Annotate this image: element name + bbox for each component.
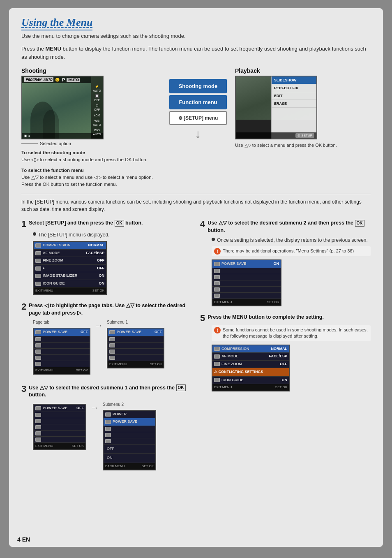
shooting-mode-box: Shooting mode — [169, 79, 227, 93]
step3-screen-left: POWER SAVE OFF EXIT MENU SE — [33, 404, 86, 451]
step-5: 5 Press the MENU button to complete the … — [200, 314, 371, 391]
step-2-right-screen: Submenu 1 POWER SAVE OFF — [107, 319, 164, 371]
right-sidebar: ⚡AUTO 🔲OFF ◻OFF ±0.0 WBAUTO ISOAUTO 14M … — [91, 76, 103, 139]
cam-footer-2b: EXIT MENU SET OK — [108, 361, 164, 368]
s3-row-2 — [34, 412, 85, 418]
cam-icon-stabilizer — [35, 274, 41, 278]
step-5-note: ! Some functions cannot be used in some … — [212, 325, 371, 341]
flash-icon: ⚡AUTO — [93, 85, 101, 93]
step-2-number: 2 — [21, 302, 26, 311]
cam-icon-t3 — [35, 343, 41, 347]
conflicting-warning-row: ⚠ CONFLICTING SETTINGS — [212, 368, 289, 377]
set-btn-2a: SET OK — [76, 368, 88, 373]
perfect-fix-item: PERFECT FIX — [272, 84, 316, 92]
cam-icon-s4 — [109, 350, 115, 354]
step-2-body: Page tab POWER SAVE OFF — [33, 319, 192, 377]
shooting-photo: PROGRAM AUTO 🙂 P iAUTO ▣ 4 ⚡AUTO 🔲OFF ◻O… — [22, 76, 103, 139]
step-3: 3 Use △▽ to select the desired submenu 1… — [21, 384, 192, 473]
size-icon: 14M — [94, 138, 100, 139]
cam-icon-macro — [35, 266, 41, 271]
step-3-screens: POWER SAVE OFF EXIT MENU SE — [33, 401, 192, 473]
step-4-number: 4 — [200, 220, 205, 229]
playback-bottom-bar: ⊗ SETUP — [236, 132, 316, 139]
fine-zoom-row: FINE ZOOM OFF — [34, 257, 106, 265]
cam-footer-4: EXIT MENU SET OK — [212, 299, 281, 306]
s3-row-5 — [34, 431, 85, 437]
playback-label: Playback — [235, 67, 342, 74]
steps-left: 1 Select [SETUP] and then press the OK b… — [21, 220, 192, 480]
exit-btn: EXIT MENU — [35, 288, 53, 293]
step-5-title: Press the MENU button to complete the se… — [208, 314, 324, 321]
cam-icon-t2 — [35, 337, 41, 341]
ok-icon-3: OK — [176, 384, 186, 391]
cam-icon-ps — [35, 330, 41, 334]
step2-arrow: → — [95, 319, 103, 331]
bullet-dot-4 — [212, 238, 215, 241]
exit-btn-2a: EXIT MENU — [35, 368, 53, 373]
submenu1-row-1: POWER SAVE OFF — [108, 329, 164, 336]
submenu2-label: Submenu 2 — [103, 401, 156, 408]
af-mode-row: AF MODE FACE/ESP — [34, 250, 106, 257]
step-2: 2 Press ◁ to highlight the page tabs. Us… — [21, 302, 192, 377]
step-3-header: 3 Use △▽ to select the desired submenu 1… — [21, 384, 192, 399]
page-number: 4 — [17, 536, 21, 543]
step-2-header: 2 Press ◁ to highlight the page tabs. Us… — [21, 302, 192, 317]
exit-btn-2b: EXIT MENU — [109, 362, 127, 367]
slideshow-item: SLIDESHOW — [272, 76, 316, 84]
step-3-right-screen: Submenu 2 POWER POWER SAVE — [103, 401, 156, 473]
stabilizer-row: IMAGE STABILIZER ON — [34, 272, 106, 280]
step4-screen: POWER SAVE ON EXIT MENU SET OK — [212, 259, 281, 306]
cam-icon-af — [35, 251, 41, 255]
step-4-title: Use △▽ to select the desired submenu 2 a… — [208, 220, 371, 234]
step3-arrow: → — [90, 401, 99, 414]
s3r-row-1: POWER — [104, 411, 155, 419]
cam-footer-main: EXIT MENU SET OK — [34, 287, 106, 294]
page-tab-label: Page tab — [33, 319, 90, 325]
s3r-row-4 — [104, 432, 155, 438]
submenu1-row-5 — [108, 355, 164, 361]
drive-icon: ◻OFF — [94, 104, 100, 111]
tab-row-6 — [34, 361, 90, 367]
step-5-number: 5 — [200, 314, 205, 323]
cam-icon-s3 — [109, 343, 115, 347]
step-1: 1 Select [SETUP] and then press the OK b… — [21, 220, 192, 295]
powersave-tab-row: POWER SAVE OFF — [34, 329, 90, 336]
setup-menu-box: ⊗ [SETUP] menu — [169, 111, 227, 125]
s3r-row-7: ON — [104, 454, 155, 463]
step-4-header: 4 Use △▽ to select the desired submenu 2… — [200, 220, 371, 234]
function-menu-center: Shooting mode Function menu ⊗ [SETUP] me… — [165, 79, 231, 143]
function-menu-box: Function menu — [169, 95, 227, 109]
cam-footer-5: EXIT MENU SET OK — [212, 384, 289, 391]
instructions-area: To select the shooting mode Use ◁▷ to se… — [21, 149, 161, 188]
playback-screen: SLIDESHOW PERFECT FIX EDIT ERASE ⊗ SETUP — [235, 76, 317, 139]
step-4-bullet: Once a setting is selected, the display … — [212, 236, 371, 244]
step-5-body: ! Some functions cannot be used in some … — [212, 325, 371, 391]
ok-icon-4: OK — [355, 220, 364, 227]
s3r-row-6: OFF — [104, 445, 155, 454]
menu-boxes: Shooting mode Function menu ⊗ [SETUP] me… — [169, 79, 227, 125]
tab-row-5 — [34, 355, 90, 361]
cam-icon-t6 — [35, 362, 41, 366]
cam-icon-t4 — [35, 350, 41, 354]
cam-footer-3b: BACK MENU SET OK — [104, 463, 155, 470]
step-1-body: The [SETUP] menu is displayed. COMPRESSI… — [33, 231, 192, 295]
set-btn: SET OK — [92, 288, 104, 293]
playback-instruction: Use △▽ to select a menu and press the OK… — [235, 142, 342, 149]
step-1-header: 1 Select [SETUP] and then press the OK b… — [21, 220, 192, 229]
steps-section: 1 Select [SETUP] and then press the OK b… — [21, 220, 371, 480]
page-content: Using the Menu Use the menu to change ca… — [9, 8, 383, 547]
step-2-title: Press ◁ to highlight the page tabs. Use … — [29, 302, 192, 317]
ok-button-icon: OK — [115, 220, 124, 227]
edit-item: EDIT — [272, 92, 316, 100]
tab-row-2 — [34, 336, 90, 343]
erase-item: ERASE — [272, 100, 316, 108]
note-icon-4: ! — [214, 248, 221, 255]
step4-powersave-row: POWER SAVE ON — [212, 260, 281, 268]
intro-text: Press the MENU button to display the fun… — [21, 45, 371, 61]
cam-icon-s1 — [109, 330, 115, 334]
steps-right: 4 Use △▽ to select the desired submenu 2… — [200, 220, 371, 480]
s3r-row-3 — [104, 426, 155, 432]
cam-icon-t5 — [35, 356, 41, 360]
cam-icon-s5 — [109, 356, 115, 360]
step-3-title: Use △▽ to select the desired submenu 1 a… — [29, 384, 192, 399]
